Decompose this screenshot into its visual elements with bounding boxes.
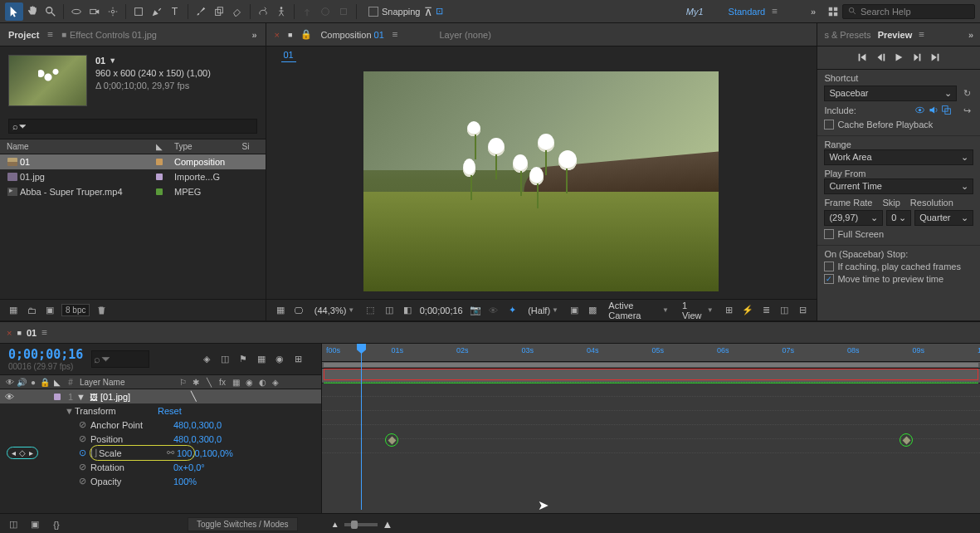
folder-icon[interactable]: 🗀	[25, 304, 38, 317]
include-overlay-icon[interactable]	[941, 105, 952, 117]
zoom-out-icon[interactable]: ▲	[331, 520, 339, 529]
local-axis-icon[interactable]	[298, 2, 316, 21]
roi-icon[interactable]: ▣	[568, 304, 580, 317]
flowchart-icon[interactable]: ◫	[778, 304, 790, 317]
toggle-switches-button[interactable]: Toggle Switches / Modes	[188, 517, 298, 531]
reset-link[interactable]: Reset	[158, 406, 182, 416]
roto-tool[interactable]	[254, 2, 272, 21]
tab-composition[interactable]: Composition 01	[320, 30, 383, 40]
onstop-cache-checkbox[interactable]	[824, 262, 834, 271]
brackets-icon[interactable]: {}	[50, 518, 63, 531]
color-mgmt-icon[interactable]: ✦	[506, 304, 518, 317]
channel-icon[interactable]: ⬚	[364, 304, 376, 317]
workspace-standard[interactable]: Standard	[729, 7, 766, 17]
preview-overflow-icon[interactable]: »	[968, 30, 973, 40]
toggle-pane-icon[interactable]: ▣	[28, 518, 41, 531]
project-item-row[interactable]: Abba - Super Truper.mp4MPEG	[0, 184, 266, 199]
keyframe-navigator[interactable]: ◂◇▸	[7, 447, 38, 459]
timeline-search-input[interactable]	[91, 350, 149, 368]
lock-icon[interactable]: 🔒	[300, 29, 312, 40]
project-item-row[interactable]: 01.jpgImporte...G	[0, 169, 266, 184]
scale-row[interactable]: ◂◇▸ ⊙ ⌊⌋ Scale ⚯ 100,0,100,0%	[0, 446, 321, 460]
camera-dropdown[interactable]: Active Camera▼	[605, 301, 672, 320]
new-comp-icon[interactable]: ▣	[43, 304, 56, 317]
trash-icon[interactable]	[95, 304, 108, 317]
safe-zones-icon[interactable]: ◫	[383, 304, 394, 317]
mask-icon[interactable]: ◧	[402, 304, 413, 317]
expose-icon[interactable]: ⊟	[797, 304, 808, 317]
expand-icon[interactable]: ◫	[7, 518, 20, 531]
view-axis-icon[interactable]	[334, 2, 353, 21]
resolution-dropdown[interactable]: (Half)▼	[524, 306, 562, 315]
loop-icon[interactable]: ↪	[960, 104, 973, 117]
shy-icon[interactable]: ⚑	[236, 353, 250, 366]
workspace-custom[interactable]: My1	[686, 7, 704, 17]
include-audio-icon[interactable]	[928, 105, 939, 117]
overflow-icon[interactable]: »	[811, 7, 816, 17]
skip-dropdown[interactable]: 0⌄	[886, 210, 911, 226]
play-button[interactable]	[893, 51, 904, 65]
puppet-tool[interactable]	[272, 2, 290, 21]
camera-tool[interactable]	[85, 2, 104, 21]
pen-tool[interactable]	[148, 2, 166, 21]
zoom-slider[interactable]	[351, 521, 358, 529]
panel-overflow-icon[interactable]: »	[251, 30, 256, 40]
timeline-tab[interactable]: 01	[27, 328, 37, 338]
graph-icon[interactable]: ⌊⌋	[90, 447, 97, 458]
snapshot-icon[interactable]: 📷	[470, 304, 481, 317]
opacity-row[interactable]: ⊘ Opacity 100%	[0, 474, 321, 488]
comp-menu-icon[interactable]: ≡	[392, 29, 398, 40]
hand-tool[interactable]	[23, 2, 41, 21]
project-search-input[interactable]: ⌕⏷	[8, 119, 257, 134]
graph-editor-icon[interactable]: ⊞	[291, 353, 305, 366]
snapping-toggle[interactable]: Snapping ⊼ ⊡	[368, 5, 443, 18]
motion-blur-icon[interactable]: ◉	[273, 353, 286, 366]
zoom-tool[interactable]	[41, 2, 60, 21]
scale-keyframe-last[interactable]	[900, 433, 913, 447]
tab-effect-controls[interactable]: ■ Effect Controls 01.jpg	[61, 27, 157, 42]
include-video-icon[interactable]	[914, 105, 925, 117]
timeline-menu-icon[interactable]: ≡	[41, 327, 47, 338]
onstop-move-checkbox[interactable]: ✓	[824, 274, 834, 284]
timeline-graph[interactable]: f00s01s02s03s04s05s06s07s08s09s10s	[322, 344, 980, 513]
world-axis-icon[interactable]	[316, 2, 334, 21]
stopwatch-icon[interactable]: ⊘	[79, 462, 90, 472]
next-frame-button[interactable]	[911, 51, 923, 65]
orbit-tool[interactable]	[67, 2, 85, 21]
zoom-in-icon[interactable]: ▲	[383, 518, 393, 531]
transparency-grid-icon[interactable]: ▩	[587, 304, 598, 317]
frame-blend-icon[interactable]: ▦	[255, 353, 268, 366]
rotation-row[interactable]: ⊘ Rotation 0x+0,0°	[0, 460, 321, 474]
grid-icon[interactable]	[824, 2, 842, 21]
preview-menu-icon[interactable]: ≡	[919, 29, 924, 40]
position-row[interactable]: ⊘ Position 480,0,300,0	[0, 432, 321, 446]
pan-behind-tool[interactable]	[104, 2, 122, 21]
first-frame-button[interactable]	[856, 51, 868, 65]
reset-icon[interactable]: ↻	[960, 87, 973, 100]
playfrom-dropdown[interactable]: Current Time⌄	[824, 178, 973, 194]
prev-frame-button[interactable]	[875, 51, 886, 65]
cache-checkbox[interactable]	[824, 120, 834, 130]
rectangle-tool[interactable]	[129, 2, 148, 21]
comp-breadcrumb[interactable]: 01	[281, 48, 296, 62]
anchor-point-row[interactable]: ⊘ Anchor Point 480,0,300,0	[0, 418, 321, 432]
layer-row[interactable]: 👁 1 ▼ 🖼 [01.jpg] ╲	[0, 389, 321, 403]
stopwatch-icon[interactable]: ⊘	[79, 433, 90, 444]
stopwatch-icon[interactable]: ⊘	[79, 419, 90, 430]
stopwatch-active-icon[interactable]: ⊙	[79, 447, 90, 458]
search-help-input[interactable]: Search Help	[842, 4, 975, 19]
range-dropdown[interactable]: Work Area⌄	[824, 149, 973, 165]
type-tool[interactable]: T	[166, 2, 184, 21]
project-menu-icon[interactable]: ≡	[47, 29, 53, 40]
pixel-aspect-icon[interactable]: ⊞	[724, 304, 735, 317]
scale-keyframe-first[interactable]	[385, 433, 398, 447]
last-frame-button[interactable]	[929, 51, 941, 65]
project-item-row[interactable]: 01Composition	[0, 154, 266, 169]
brush-tool[interactable]	[192, 2, 210, 21]
comp-mini-flowchart-icon[interactable]: ◈	[200, 353, 213, 366]
zoom-dropdown[interactable]: (44,3%)▼	[311, 306, 358, 315]
transform-group[interactable]: ▼ Transform Reset	[0, 403, 321, 418]
fullscreen-checkbox[interactable]	[824, 229, 834, 239]
timeline-icon[interactable]: ≣	[760, 304, 772, 317]
shortcut-dropdown[interactable]: Spacebar⌄	[824, 86, 957, 101]
